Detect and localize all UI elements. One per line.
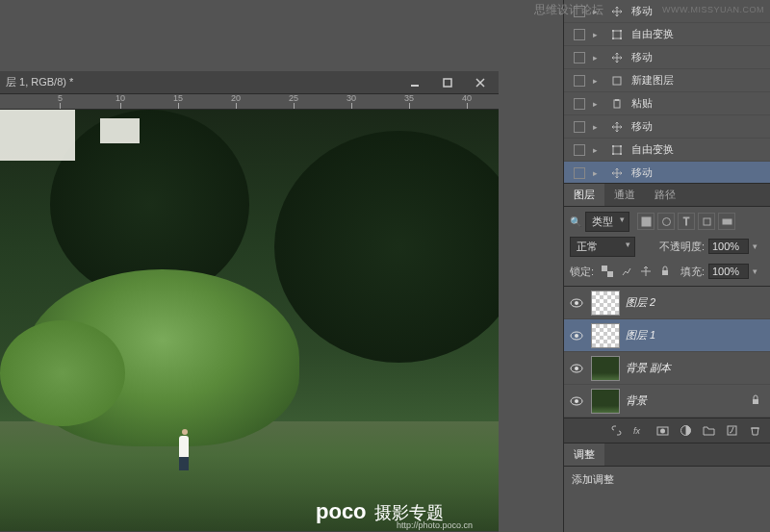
svg-rect-6 xyxy=(620,38,622,39)
fill-label: 填充: xyxy=(680,265,705,279)
move-icon xyxy=(610,5,624,18)
window-controls xyxy=(402,73,493,92)
filter-shape-icon[interactable] xyxy=(698,213,715,230)
opacity-input[interactable]: 100% xyxy=(708,239,749,254)
history-panel: ▸移动▸自由变换▸移动▸新建图层▸粘贴▸移动▸自由变换▸移动 xyxy=(564,0,770,183)
link-layers-icon[interactable] xyxy=(608,423,624,439)
svg-rect-22 xyxy=(704,218,710,225)
canvas[interactable] xyxy=(0,110,499,531)
layer-thumbnail[interactable] xyxy=(591,389,620,414)
svg-rect-26 xyxy=(662,270,668,275)
svg-rect-5 xyxy=(612,38,614,39)
layer-thumbnail[interactable] xyxy=(591,291,620,316)
maximize-button[interactable] xyxy=(435,73,460,92)
visibility-eye-icon[interactable] xyxy=(568,327,585,344)
history-label: 移动 xyxy=(631,119,653,134)
history-item[interactable]: ▸移动 xyxy=(564,115,770,139)
layer-mask-icon[interactable] xyxy=(654,423,670,439)
close-button[interactable] xyxy=(468,73,493,92)
svg-rect-11 xyxy=(612,145,614,147)
tab-layers[interactable]: 图层 xyxy=(564,184,604,206)
svg-rect-24 xyxy=(602,266,607,271)
history-checkbox[interactable] xyxy=(574,52,585,63)
tab-channels[interactable]: 通道 xyxy=(604,184,645,206)
history-checkbox[interactable] xyxy=(574,144,585,156)
history-checkbox[interactable] xyxy=(574,121,585,133)
expand-icon: ▸ xyxy=(593,99,603,109)
right-panels: ▸移动▸自由变换▸移动▸新建图层▸粘贴▸移动▸自由变换▸移动 图层 通道 路径 … xyxy=(563,0,770,532)
svg-rect-13 xyxy=(612,153,614,155)
minimize-button[interactable] xyxy=(402,73,427,92)
watermark-forum: 思维设计论坛 xyxy=(534,2,603,18)
filter-smart-icon[interactable] xyxy=(718,213,735,230)
move-icon xyxy=(610,166,624,180)
new-layer-icon[interactable] xyxy=(724,423,739,439)
history-item[interactable]: ▸移动 xyxy=(564,162,770,183)
filter-adjustment-icon[interactable] xyxy=(657,213,675,230)
layer-name: 图层 2 xyxy=(626,295,655,310)
blend-mode-dropdown[interactable]: 正常 xyxy=(570,237,635,257)
layer-thumbnail[interactable] xyxy=(591,323,620,348)
history-checkbox[interactable] xyxy=(574,167,585,179)
svg-rect-8 xyxy=(614,100,620,108)
lock-position-icon[interactable] xyxy=(638,264,654,279)
paste-icon xyxy=(610,97,624,111)
tab-paths[interactable]: 路径 xyxy=(645,184,685,206)
layer-thumbnail[interactable] xyxy=(591,356,620,381)
history-label: 自由变换 xyxy=(631,27,674,41)
svg-point-32 xyxy=(575,367,578,370)
history-checkbox[interactable] xyxy=(574,75,585,87)
history-label: 移动 xyxy=(631,4,653,18)
filter-pixel-icon[interactable] xyxy=(637,213,654,230)
history-item[interactable]: ▸新建图层 xyxy=(564,69,770,92)
history-checkbox[interactable] xyxy=(574,29,585,40)
filter-type-icon[interactable]: T xyxy=(678,213,695,230)
canvas-image xyxy=(0,110,499,531)
visibility-eye-icon[interactable] xyxy=(568,393,585,410)
group-icon[interactable] xyxy=(701,423,716,439)
expand-icon: ▸ xyxy=(593,76,603,86)
layer-item[interactable]: 图层 1 xyxy=(564,319,770,352)
delete-layer-icon[interactable] xyxy=(747,423,762,439)
history-label: 自由变换 xyxy=(631,142,674,157)
history-checkbox[interactable] xyxy=(574,98,585,110)
fill-stepper-icon[interactable]: ▾ xyxy=(753,266,764,276)
document-window: 层 1, RGB/8) * 5 10 15 20 25 30 35 40 xyxy=(0,71,499,532)
ruler-horizontal[interactable]: 5 10 15 20 25 30 35 40 xyxy=(0,94,499,110)
svg-rect-0 xyxy=(411,85,419,87)
history-item[interactable]: ▸粘贴 xyxy=(564,92,770,115)
expand-icon: ▸ xyxy=(593,145,603,155)
svg-point-30 xyxy=(575,334,578,338)
adjustment-layer-icon[interactable] xyxy=(678,423,693,439)
watermark-url-top: WWW.MISSYUAN.COM xyxy=(662,5,764,14)
search-icon: 🔍 xyxy=(570,216,581,227)
expand-icon: ▸ xyxy=(593,53,603,63)
layer-item[interactable]: 背景 副本 xyxy=(564,352,770,385)
layers-footer: fx xyxy=(564,418,770,443)
svg-rect-1 xyxy=(444,79,451,87)
lock-label: 锁定: xyxy=(570,265,594,279)
fill-input[interactable]: 100% xyxy=(708,264,749,279)
tab-adjustments[interactable]: 调整 xyxy=(564,443,604,466)
svg-text:T: T xyxy=(683,216,689,227)
layer-item[interactable]: 图层 2 xyxy=(564,287,770,319)
opacity-stepper-icon[interactable]: ▾ xyxy=(753,241,764,251)
lock-all-icon[interactable] xyxy=(657,264,673,279)
history-item[interactable]: ▸移动 xyxy=(564,46,770,69)
history-item[interactable]: ▸自由变换 xyxy=(564,23,770,46)
layer-item[interactable]: 背景 xyxy=(564,385,770,418)
filter-type-dropdown[interactable]: 类型 xyxy=(585,212,629,232)
visibility-eye-icon[interactable] xyxy=(568,360,585,377)
transform-icon xyxy=(610,28,624,41)
layer-fx-icon[interactable]: fx xyxy=(631,423,647,439)
lock-image-icon[interactable] xyxy=(619,264,634,279)
layer-controls: 🔍 类型 T 正常 不透明度: 100% ▾ 锁定: xyxy=(564,207,770,286)
person-figure xyxy=(179,429,191,468)
layers-panel: 图层 通道 路径 🔍 类型 T 正常 不透明度: 100% ▾ xyxy=(564,183,770,443)
svg-point-34 xyxy=(575,399,578,403)
visibility-eye-icon[interactable] xyxy=(568,294,585,312)
lock-transparency-icon[interactable] xyxy=(600,264,615,279)
opacity-label: 不透明度: xyxy=(659,240,705,254)
history-item[interactable]: ▸自由变换 xyxy=(564,139,770,162)
lock-icon xyxy=(751,393,760,410)
